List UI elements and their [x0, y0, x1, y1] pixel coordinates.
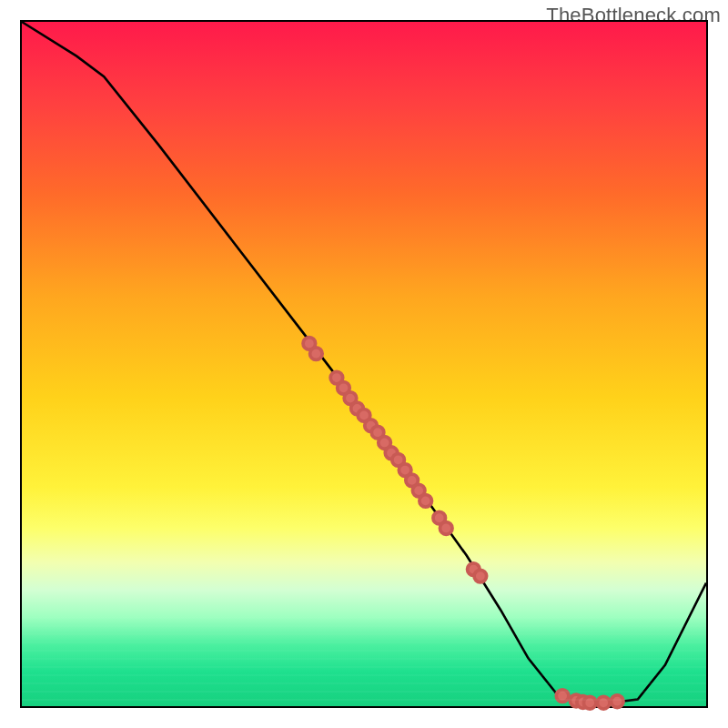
scatter-dots: [303, 338, 623, 709]
bottleneck-chart: TheBottleneck.com: [0, 0, 728, 728]
data-point: [611, 695, 623, 708]
plot-area: [22, 22, 706, 706]
data-point: [474, 570, 487, 582]
data-point: [420, 495, 432, 508]
data-point: [440, 522, 452, 535]
data-point: [310, 348, 323, 360]
curve-layer: [22, 22, 706, 706]
